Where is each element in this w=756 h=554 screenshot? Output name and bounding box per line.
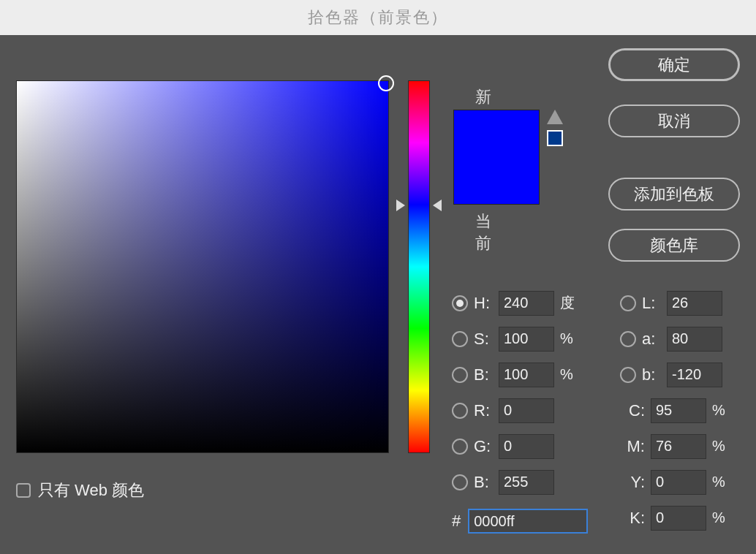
ok-button[interactable]: 确定	[608, 48, 740, 81]
hsb-rgb-column: H: 度 S: % B: % R: G:	[452, 285, 582, 500]
web-colors-only-option[interactable]: 只有 Web 颜色	[16, 479, 144, 501]
label-bv: B:	[474, 365, 499, 384]
row-b: b:	[620, 357, 750, 392]
row-bc: B:	[452, 464, 582, 500]
label-a: a:	[642, 330, 667, 349]
window-titlebar: 拾色器（前景色）	[0, 0, 756, 35]
radio-r[interactable]	[452, 403, 468, 419]
label-m: M:	[620, 437, 645, 456]
new-current-swatch[interactable]	[453, 110, 540, 205]
row-h: H: 度	[452, 285, 582, 321]
input-s[interactable]	[499, 327, 554, 352]
hue-slider[interactable]	[408, 80, 430, 453]
row-l: L:	[620, 285, 750, 321]
input-hex[interactable]	[468, 509, 588, 534]
hex-row: #	[452, 509, 588, 534]
input-k[interactable]	[651, 506, 706, 531]
unit-bv: %	[560, 366, 582, 383]
unit-s: %	[560, 330, 582, 347]
window-title: 拾色器（前景色）	[308, 7, 448, 29]
row-bv: B: %	[452, 357, 582, 392]
color-libraries-button[interactable]: 颜色库	[608, 229, 740, 262]
hue-handle-left-icon[interactable]	[396, 200, 405, 211]
lab-cmyk-column: L: a: b: C: % M: % Y: %	[620, 285, 750, 536]
current-color-label: 当前	[475, 210, 491, 254]
cancel-button[interactable]: 取消	[608, 105, 740, 137]
input-a[interactable]	[667, 327, 722, 352]
radio-h[interactable]	[452, 295, 468, 311]
unit-c: %	[712, 402, 734, 419]
unit-y: %	[712, 474, 734, 490]
label-c: C:	[620, 401, 645, 420]
unit-m: %	[712, 438, 734, 455]
input-y[interactable]	[651, 470, 706, 495]
label-l: L:	[642, 294, 667, 313]
label-r: R:	[474, 401, 499, 420]
input-h[interactable]	[499, 291, 554, 316]
input-l[interactable]	[667, 291, 722, 316]
label-g: G:	[474, 437, 499, 456]
label-k: K:	[620, 509, 645, 528]
label-y: Y:	[620, 473, 645, 492]
radio-g[interactable]	[452, 439, 468, 455]
radio-bv[interactable]	[452, 367, 468, 383]
radio-b[interactable]	[620, 367, 636, 383]
row-g: G:	[452, 428, 582, 464]
input-c[interactable]	[651, 398, 706, 423]
row-c: C: %	[620, 392, 750, 428]
row-r: R:	[452, 392, 582, 428]
input-bv[interactable]	[499, 363, 554, 387]
label-s: S:	[474, 330, 499, 349]
row-s: S: %	[452, 321, 582, 357]
input-g[interactable]	[499, 434, 554, 459]
hue-handle-right-icon[interactable]	[433, 200, 442, 211]
row-a: a:	[620, 321, 750, 357]
label-b: b:	[642, 365, 667, 384]
input-b[interactable]	[667, 363, 722, 387]
input-bc[interactable]	[499, 470, 554, 495]
label-bc: B:	[474, 473, 499, 492]
row-k: K: %	[620, 500, 750, 536]
web-colors-checkbox[interactable]	[16, 483, 31, 498]
gamut-warning-icon[interactable]	[547, 110, 563, 124]
gamut-corrected-swatch[interactable]	[547, 130, 563, 146]
saturation-brightness-field[interactable]	[16, 80, 389, 453]
web-colors-label: 只有 Web 颜色	[38, 479, 144, 501]
row-y: Y: %	[620, 464, 750, 500]
hex-label: #	[452, 512, 461, 531]
radio-s[interactable]	[452, 331, 468, 347]
row-m: M: %	[620, 428, 750, 464]
radio-l[interactable]	[620, 295, 636, 311]
unit-h: 度	[560, 293, 582, 313]
radio-bc[interactable]	[452, 474, 468, 490]
radio-a[interactable]	[620, 331, 636, 347]
unit-k: %	[712, 509, 734, 526]
input-r[interactable]	[499, 398, 554, 423]
add-to-swatches-button[interactable]: 添加到色板	[608, 178, 740, 210]
input-m[interactable]	[651, 434, 706, 459]
color-field-cursor[interactable]	[378, 75, 394, 91]
color-picker-panel: 新的 当前 确定 取消 添加到色板 颜色库 只有 Web 颜色 H: 度 S: …	[0, 35, 756, 554]
label-h: H:	[474, 294, 499, 313]
